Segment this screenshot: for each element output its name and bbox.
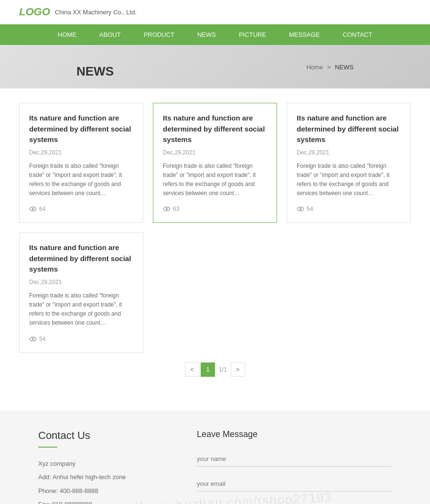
name-input[interactable]: [197, 451, 392, 467]
nav-home[interactable]: HOME: [46, 24, 88, 45]
breadcrumb: Home > NEWS: [306, 63, 354, 70]
news-card-1-title: Its nature and function are determined b…: [29, 113, 133, 145]
news-card-4-views: 54: [29, 335, 133, 343]
phone-value: 400-888-8888: [60, 487, 98, 494]
news-card-3-views: 54: [297, 205, 401, 213]
address-label: Add:: [38, 473, 51, 481]
news-card-4-title: Its nature and function are determined b…: [29, 242, 133, 275]
nav-message[interactable]: MESSAGE: [278, 24, 331, 45]
pagination-next[interactable]: >: [231, 362, 245, 377]
news-card-3[interactable]: Its nature and function are determined b…: [287, 103, 411, 223]
logo-area: LOGO China XX Machinery Co., Ltd.: [19, 6, 137, 18]
news-grid-row1: Its nature and function are determined b…: [19, 103, 411, 223]
svg-point-1: [32, 208, 34, 210]
breadcrumb-section: NEWS Home > NEWS: [0, 45, 430, 88]
nav-picture[interactable]: PICTURE: [227, 24, 278, 45]
views-count: 64: [39, 206, 45, 212]
nav-about[interactable]: ABOUT: [88, 24, 132, 45]
contact-fax: Fax: 010-88888888: [38, 498, 168, 504]
eye-icon: [29, 335, 37, 343]
leave-message-title: Leave Message: [197, 429, 392, 439]
news-card-2-desc: Foreign trade is also called "foreign tr…: [163, 162, 267, 198]
news-card-1-views: 64: [29, 205, 133, 213]
breadcrumb-separator: >: [327, 63, 331, 70]
contact-divider: [38, 447, 57, 448]
main-content: Its nature and function are determined b…: [0, 88, 430, 410]
phone-label: Phone:: [38, 487, 58, 494]
news-grid-row2: Its nature and function are determined b…: [19, 232, 411, 352]
nav-contact[interactable]: CONTACT: [331, 24, 384, 45]
svg-point-3: [166, 208, 168, 210]
address-value: Anhui hefei high-tech zone: [53, 473, 126, 481]
contact-phone: Phone: 400-888-8888: [38, 484, 168, 498]
news-card-1-desc: Foreign trade is also called "foreign tr…: [29, 162, 133, 198]
news-card-2-title: Its nature and function are determined b…: [163, 113, 267, 145]
contact-form: Leave Message ➤ SEND MESSAGE: [197, 429, 392, 504]
views-count: 63: [173, 206, 179, 212]
views-count: 54: [307, 206, 313, 212]
news-card-4-desc: Foreign trade is also called "foreign tr…: [29, 291, 133, 328]
message-input[interactable]: [197, 501, 392, 504]
breadcrumb-home[interactable]: Home: [306, 63, 323, 70]
news-card-2-date: Dec,29,2021: [163, 149, 267, 156]
news-card-2-views: 63: [163, 205, 267, 213]
nav-product[interactable]: PRODUCT: [132, 24, 186, 45]
eye-icon: [163, 205, 171, 213]
pagination-info: 1/1: [216, 362, 229, 377]
contact-details: Xyz company Add: Anhui hefei high-tech z…: [38, 457, 168, 504]
nav-bar: HOME ABOUT PRODUCT NEWS PICTURE MESSAGE …: [0, 24, 430, 45]
footer-contact: https://www.huzhan.com/tshop27193 Contac…: [0, 410, 430, 504]
news-card-2[interactable]: Its nature and function are determined b…: [153, 103, 277, 223]
email-input[interactable]: [197, 476, 392, 492]
nav-news[interactable]: NEWS: [186, 24, 227, 45]
company-name-detail: Xyz company: [38, 457, 168, 471]
breadcrumb-current: NEWS: [335, 63, 354, 70]
pagination-prev[interactable]: <: [185, 362, 199, 377]
eye-icon: [29, 205, 37, 213]
eye-icon: [297, 205, 304, 213]
header: LOGO China XX Machinery Co., Ltd.: [0, 0, 430, 24]
news-card-3-title: Its nature and function are determined b…: [297, 113, 401, 145]
pagination-page-1[interactable]: 1: [201, 362, 215, 377]
contact-address: Add: Anhui hefei high-tech zone: [38, 471, 168, 484]
company-name: China XX Machinery Co., Ltd.: [55, 9, 137, 16]
fax-label: Fax:: [38, 501, 50, 504]
views-count: 54: [39, 336, 45, 342]
pagination: < 1 1/1 >: [19, 362, 411, 377]
logo-text: LOGO: [19, 6, 50, 18]
news-card-4[interactable]: Its nature and function are determined b…: [19, 232, 143, 352]
news-card-3-date: Dec,29,2021: [297, 149, 401, 156]
news-card-4-date: Dec,29,2021: [29, 279, 133, 285]
svg-point-5: [300, 208, 301, 210]
contact-info: Contact Us Xyz company Add: Anhui hefei …: [38, 429, 168, 504]
svg-point-7: [32, 338, 34, 340]
news-card-1[interactable]: Its nature and function are determined b…: [19, 103, 143, 223]
news-card-3-desc: Foreign trade is also called "foreign tr…: [297, 162, 401, 198]
news-card-1-date: Dec,29,2021: [29, 149, 133, 156]
fax-value: 010-88888888: [52, 501, 92, 504]
contact-title: Contact Us: [38, 429, 168, 442]
